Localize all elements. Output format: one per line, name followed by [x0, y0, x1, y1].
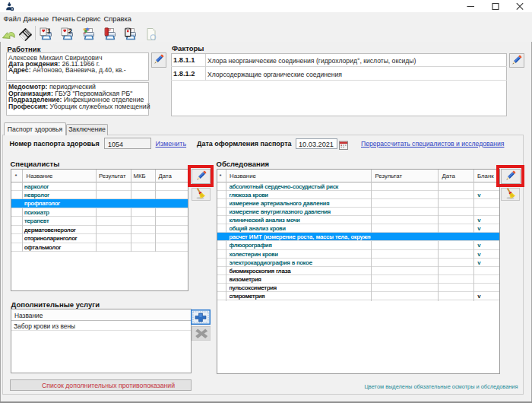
svg-text:2: 2	[68, 27, 72, 35]
svg-text:1: 1	[47, 27, 51, 35]
